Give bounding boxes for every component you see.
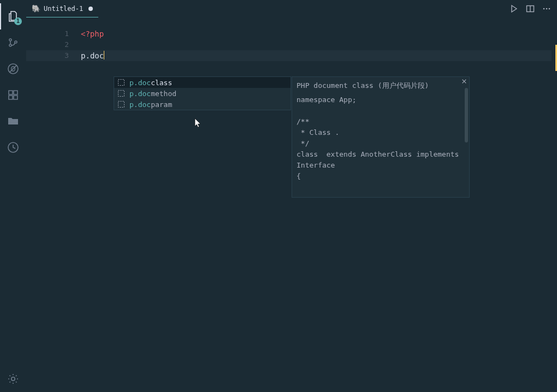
suggest-item[interactable]: p.docparam [114, 99, 291, 110]
line-number: 1 [26, 28, 81, 39]
dirty-indicator-icon [88, 7, 93, 11]
suggest-match: p.doc [129, 79, 151, 87]
suggest-match: p.doc [129, 90, 151, 98]
details-title: PHP document class (用户代码片段) [297, 80, 465, 91]
split-editor-button[interactable] [523, 2, 537, 16]
gear-icon [7, 372, 20, 385]
editor-group: 🐘 Untitled-1 [26, 0, 557, 392]
activity-explorer[interactable]: 1 [0, 3, 26, 29]
tabs-row: 🐘 Untitled-1 [26, 0, 557, 17]
code-text: doc [90, 51, 104, 60]
suggest-item[interactable]: p.docmethod [114, 88, 291, 99]
snippet-icon [117, 90, 125, 97]
more-actions-button[interactable] [540, 2, 554, 16]
svg-point-7 [546, 8, 548, 10]
activity-debug[interactable] [0, 56, 26, 82]
code-text: <?php [81, 29, 104, 38]
activity-extensions[interactable] [0, 82, 26, 108]
scrollbar-thumb[interactable] [465, 88, 468, 142]
app-root: 1 🐘 Untitled-1 [0, 0, 557, 392]
snippet-icon [117, 79, 125, 86]
activity-timeline[interactable] [0, 134, 26, 161]
activity-source-control[interactable] [0, 29, 26, 56]
svg-point-8 [549, 8, 550, 10]
no-bug-icon [7, 62, 20, 75]
editor[interactable]: 1 2 3 <?php p.doc p.docclass p. [26, 17, 557, 392]
suggest-widget[interactable]: p.docclass p.docmethod p.docparam [114, 76, 291, 110]
ellipsis-icon [542, 4, 551, 13]
svg-rect-10 [118, 91, 125, 97]
history-icon [7, 141, 20, 154]
editor-actions [507, 0, 557, 17]
details-body: namespace App; /** * Class . */ class ex… [297, 94, 465, 182]
mouse-cursor-icon [194, 118, 202, 130]
tab-title: Untitled-1 [44, 5, 83, 13]
suggest-item[interactable]: p.docclass [114, 77, 291, 88]
source-control-icon [7, 36, 20, 49]
activity-bar: 1 [0, 0, 26, 392]
line-number: 3 [26, 50, 81, 61]
line-number-gutter: 1 2 3 [26, 28, 81, 61]
svg-rect-11 [118, 102, 125, 108]
line-number: 2 [26, 39, 81, 50]
code-area[interactable]: <?php p.doc [81, 28, 557, 61]
explorer-badge: 1 [14, 17, 22, 25]
text-cursor [104, 51, 104, 60]
snippet-icon [117, 100, 125, 108]
suggest-text: class [151, 79, 172, 87]
svg-point-3 [11, 377, 15, 381]
split-icon [526, 4, 535, 13]
suggest-match: p.doc [129, 100, 151, 109]
svg-rect-9 [118, 80, 125, 86]
suggest-text: param [151, 100, 172, 109]
run-button[interactable] [507, 2, 521, 16]
svg-point-6 [543, 8, 545, 10]
activity-settings[interactable] [0, 366, 26, 392]
php-file-icon: 🐘 [32, 4, 40, 13]
suggest-details: PHP document class (用户代码片段) namespace Ap… [292, 76, 470, 198]
activity-folder[interactable] [0, 108, 26, 134]
folder-icon [7, 115, 20, 128]
close-details-button[interactable] [461, 78, 467, 86]
play-icon [509, 4, 518, 13]
code-text: . [85, 51, 90, 60]
suggest-text: method [151, 90, 176, 98]
tab-untitled-1[interactable]: 🐘 Untitled-1 [26, 0, 98, 17]
extensions-icon [7, 88, 20, 102]
close-icon [461, 79, 467, 84]
